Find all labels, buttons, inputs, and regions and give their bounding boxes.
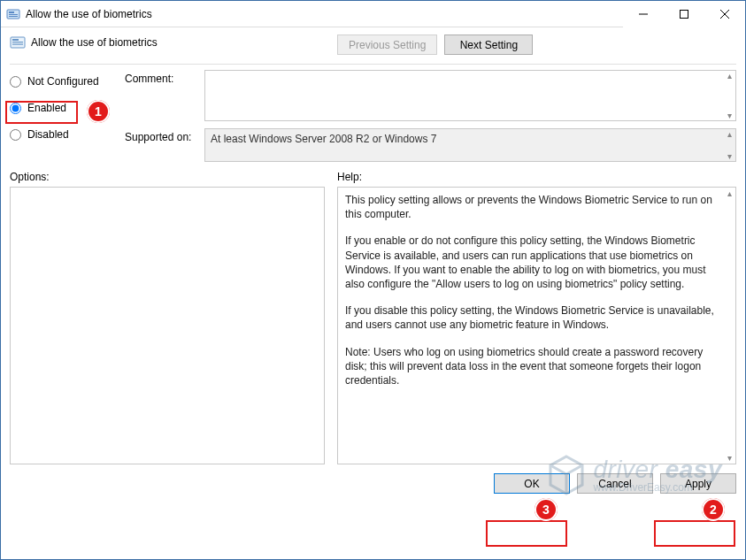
options-label: Options: [10, 171, 325, 183]
titlebar: Allow the use of biometrics [1, 1, 745, 27]
help-paragraph: Note: Users who log on using biometrics … [345, 345, 719, 388]
radio-not-configured[interactable]: Not Configured [10, 73, 116, 89]
svg-rect-2 [9, 14, 18, 15]
options-pane [10, 187, 325, 464]
radio-enabled-input[interactable] [10, 103, 21, 114]
next-setting-button[interactable]: Next Setting [444, 35, 533, 55]
supported-on-box: At least Windows Server 2008 R2 or Windo… [204, 128, 736, 162]
minimize-icon [639, 10, 648, 19]
help-paragraph: If you disable this policy setting, the … [345, 303, 719, 332]
radio-disabled[interactable]: Disabled [10, 127, 116, 142]
help-paragraph: If you enable or do not configure this p… [345, 234, 719, 291]
header-row: Allow the use of biometrics Previous Set… [1, 27, 745, 64]
minimize-button[interactable] [623, 1, 664, 27]
supported-label: Supported on: [125, 128, 197, 162]
maximize-icon [680, 10, 688, 19]
svg-rect-10 [12, 42, 23, 42]
scrollbar-icon[interactable]: ▴▾ [723, 188, 735, 464]
help-paragraph: This policy setting allows or prevents t… [345, 193, 719, 221]
svg-rect-9 [12, 39, 19, 41]
cancel-button[interactable]: Cancel [577, 473, 653, 494]
annotation-box-3 [486, 520, 567, 547]
window-title: Allow the use of biometrics [26, 8, 152, 20]
radio-not-configured-input[interactable] [10, 76, 21, 88]
svg-rect-3 [9, 16, 18, 17]
scrollbar-icon[interactable]: ▴▾ [723, 129, 735, 161]
svg-rect-1 [9, 12, 14, 13]
radio-enabled-label: Enabled [27, 102, 66, 114]
previous-setting-button[interactable]: Previous Setting [337, 35, 437, 55]
panes-row: This policy setting allows or prevents t… [1, 187, 745, 470]
scrollbar-icon[interactable]: ▴▾ [723, 71, 735, 120]
gpo-dialog: Allow the use of biometrics Allow the us… [0, 0, 746, 560]
help-label: Help: [337, 171, 362, 183]
supported-row: Supported on: At least Windows Server 20… [125, 128, 736, 162]
svg-rect-5 [681, 10, 688, 18]
close-icon [720, 10, 729, 19]
policy-icon [10, 35, 26, 50]
annotation-box-2 [654, 520, 735, 547]
pane-labels: Options: Help: [1, 162, 745, 187]
settings-area: Not Configured Enabled Disabled Comment:… [1, 65, 745, 162]
state-radios: Not Configured Enabled Disabled [10, 70, 116, 162]
comment-textarea[interactable]: ▴▾ [204, 70, 736, 121]
ok-button[interactable]: OK [494, 473, 570, 494]
app-icon [6, 7, 20, 21]
svg-rect-11 [12, 44, 23, 45]
apply-button[interactable]: Apply [660, 473, 736, 494]
radio-disabled-input[interactable] [10, 129, 21, 141]
help-pane[interactable]: This policy setting allows or prevents t… [337, 187, 736, 464]
close-button[interactable] [704, 1, 745, 27]
comment-row: Comment: ▴▾ [125, 70, 736, 121]
comment-label: Comment: [125, 70, 197, 121]
supported-on-text: At least Windows Server 2008 R2 or Windo… [211, 133, 436, 145]
policy-name: Allow the use of biometrics [31, 36, 158, 49]
radio-enabled[interactable]: Enabled [10, 100, 116, 116]
dialog-buttons: OK Cancel Apply [1, 470, 745, 502]
maximize-button[interactable] [664, 1, 704, 27]
radio-disabled-label: Disabled [27, 128, 69, 141]
radio-not-configured-label: Not Configured [27, 75, 99, 88]
